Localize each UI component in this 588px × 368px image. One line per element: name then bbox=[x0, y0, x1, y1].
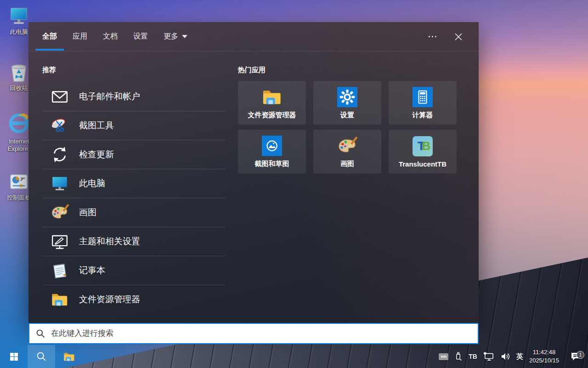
search-panel-body: 推荐 电子邮件和帐户 截图工具 bbox=[28, 52, 479, 314]
action-center-button[interactable]: 1 bbox=[565, 351, 586, 362]
snip-sketch-icon bbox=[262, 135, 282, 156]
calculator-icon bbox=[413, 86, 433, 108]
file-explorer-icon bbox=[261, 86, 283, 108]
paint-icon bbox=[51, 203, 69, 222]
taskbar: vm TB 英 11:42:48 2025/10/15 1 bbox=[0, 345, 588, 368]
translucenttb-tray-icon[interactable]: TB bbox=[469, 353, 477, 360]
themes-icon bbox=[51, 232, 69, 251]
system-tray: vm TB 英 11:42:48 2025/10/15 1 bbox=[439, 345, 588, 368]
notification-badge: 1 bbox=[577, 351, 584, 359]
top-apps-section: 热门应用 文件资源管理器 设置 bbox=[238, 52, 457, 314]
top-apps-header: 热门应用 bbox=[238, 66, 457, 75]
top-apps-grid: 文件资源管理器 设置 计算器 bbox=[238, 81, 457, 173]
recommended-list: 电子邮件和帐户 截图工具 检查更新 bbox=[42, 82, 225, 314]
list-item-notepad[interactable]: 记事本 bbox=[42, 256, 225, 285]
tab-apps[interactable]: 应用 bbox=[73, 22, 87, 51]
tile-settings[interactable]: 设置 bbox=[313, 81, 381, 125]
taskbar-file-explorer-button[interactable] bbox=[55, 345, 83, 368]
list-item-this-pc[interactable]: 此电脑 bbox=[42, 169, 225, 198]
desktop: 此电脑 回收站 Internet Explorer 控制面板 全部 应用 文档 … bbox=[0, 0, 588, 368]
list-item-file-explorer[interactable]: 文件资源管理器 bbox=[42, 285, 225, 314]
search-filter-tabs: 全部 应用 文档 设置 更多 bbox=[42, 22, 187, 51]
more-options-icon[interactable] bbox=[427, 32, 438, 41]
search-panel-header: 全部 应用 文档 设置 更多 bbox=[28, 22, 479, 52]
network-tray-icon[interactable] bbox=[483, 352, 494, 361]
mail-icon bbox=[51, 87, 69, 106]
taskbar-search-button[interactable] bbox=[28, 345, 55, 368]
usb-eject-icon[interactable] bbox=[454, 351, 463, 362]
tab-settings[interactable]: 设置 bbox=[133, 22, 148, 51]
settings-icon bbox=[337, 86, 357, 108]
recommended-section: 推荐 电子邮件和帐户 截图工具 bbox=[42, 52, 225, 314]
tile-file-explorer[interactable]: 文件资源管理器 bbox=[238, 81, 306, 125]
list-item-snipping-tool[interactable]: 截图工具 bbox=[42, 111, 225, 140]
tile-snip-sketch[interactable]: 截图和草图 bbox=[238, 130, 306, 173]
search-icon bbox=[36, 351, 46, 362]
list-item-email-accounts[interactable]: 电子邮件和帐户 bbox=[42, 82, 225, 111]
header-actions bbox=[427, 30, 465, 43]
chevron-down-icon bbox=[182, 35, 187, 38]
close-icon[interactable] bbox=[452, 30, 465, 43]
translucenttb-icon: TB bbox=[413, 136, 433, 157]
windows-logo-icon bbox=[10, 353, 18, 361]
start-button[interactable] bbox=[0, 345, 28, 368]
file-explorer-icon bbox=[51, 290, 69, 309]
tile-translucenttb[interactable]: TB TranslucentTB bbox=[389, 130, 457, 173]
tile-paint[interactable]: 画图 bbox=[313, 130, 381, 173]
clock-time: 11:42:48 bbox=[529, 348, 559, 356]
taskbar-search-box[interactable] bbox=[28, 323, 479, 344]
tile-calculator[interactable]: 计算器 bbox=[389, 81, 457, 125]
this-pc-icon bbox=[51, 174, 69, 193]
list-item-themes-settings[interactable]: 主题和相关设置 bbox=[42, 227, 225, 256]
list-item-check-updates[interactable]: 检查更新 bbox=[42, 140, 225, 169]
vmware-tray-icon[interactable]: vm bbox=[439, 353, 448, 360]
clock[interactable]: 11:42:48 2025/10/15 bbox=[529, 348, 559, 365]
paint-icon bbox=[337, 135, 357, 156]
tab-documents[interactable]: 文档 bbox=[103, 22, 118, 51]
clock-date: 2025/10/15 bbox=[529, 356, 559, 365]
file-explorer-icon bbox=[63, 351, 75, 363]
ime-indicator[interactable]: 英 bbox=[516, 352, 523, 361]
refresh-icon bbox=[51, 145, 69, 164]
notepad-icon bbox=[51, 261, 69, 280]
recommended-header: 推荐 bbox=[42, 66, 225, 75]
list-item-paint[interactable]: 画图 bbox=[42, 198, 225, 227]
volume-icon[interactable] bbox=[500, 352, 510, 361]
search-icon bbox=[36, 329, 45, 338]
search-input[interactable] bbox=[51, 329, 471, 338]
search-panel: 全部 应用 文档 设置 更多 推荐 bbox=[28, 22, 479, 323]
tab-more[interactable]: 更多 bbox=[164, 22, 187, 51]
snipping-tool-icon bbox=[51, 116, 69, 135]
tab-all[interactable]: 全部 bbox=[42, 22, 57, 51]
